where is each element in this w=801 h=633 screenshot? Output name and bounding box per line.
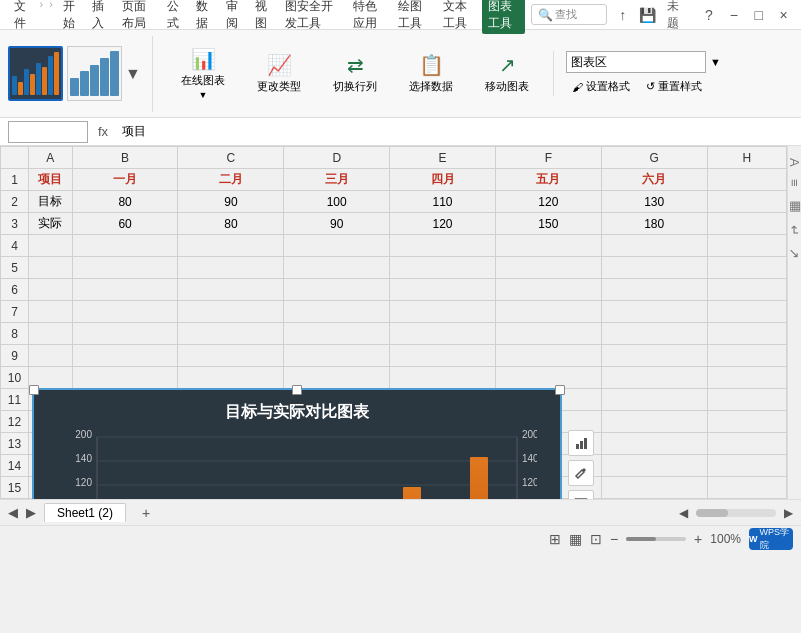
menu-security[interactable]: 图安全开发工具 <box>279 0 345 34</box>
cell-6-7[interactable] <box>707 279 786 301</box>
cell-6-0[interactable] <box>29 279 73 301</box>
cell-name-box[interactable] <box>8 121 88 143</box>
cell-1-4[interactable]: 四月 <box>390 169 496 191</box>
scroll-right-icon[interactable]: ▶ <box>784 506 793 520</box>
col-header-B[interactable]: B <box>72 147 178 169</box>
sheet-scroll-left[interactable]: ◀ <box>8 505 18 520</box>
cell-7-3[interactable] <box>284 301 390 323</box>
cell-5-6[interactable] <box>601 257 707 279</box>
change-type-button[interactable]: 📈 更改类型 <box>249 49 309 98</box>
cell-1-5[interactable]: 五月 <box>495 169 601 191</box>
cell-7-6[interactable] <box>601 301 707 323</box>
cell-5-4[interactable] <box>390 257 496 279</box>
sheet-add-button[interactable]: + <box>134 503 158 523</box>
cell-7-7[interactable] <box>707 301 786 323</box>
cell-10-1[interactable] <box>72 367 178 389</box>
menu-view[interactable]: 视图 <box>249 0 277 34</box>
cell-4-3[interactable] <box>284 235 390 257</box>
cell-3-3[interactable]: 90 <box>284 213 390 235</box>
sidebar-icon-3[interactable]: ▦ <box>787 194 801 217</box>
titlebar-save[interactable]: 💾 <box>638 5 657 25</box>
cell-11-7[interactable] <box>707 389 786 411</box>
cell-1-0[interactable]: 项目 <box>29 169 73 191</box>
cell-5-7[interactable] <box>707 257 786 279</box>
cell-4-4[interactable] <box>390 235 496 257</box>
cell-11-6[interactable] <box>601 389 707 411</box>
titlebar-help[interactable]: ? <box>700 5 719 25</box>
cell-13-7[interactable] <box>707 433 786 455</box>
sidebar-icon-2[interactable]: ≡ <box>787 175 801 191</box>
cell-9-0[interactable] <box>29 345 73 367</box>
menu-drawing[interactable]: 绘图工具 <box>392 0 435 34</box>
horizontal-scrollbar[interactable] <box>696 509 776 517</box>
col-header-D[interactable]: D <box>284 147 390 169</box>
scroll-left-icon[interactable]: ◀ <box>679 506 688 520</box>
chart-filter-tool[interactable] <box>568 490 594 499</box>
cell-8-4[interactable] <box>390 323 496 345</box>
zoom-out-btn[interactable]: − <box>610 531 618 547</box>
cell-13-6[interactable] <box>601 433 707 455</box>
cell-5-5[interactable] <box>495 257 601 279</box>
cell-12-6[interactable] <box>601 411 707 433</box>
cell-4-1[interactable] <box>72 235 178 257</box>
cell-3-0[interactable]: 实际 <box>29 213 73 235</box>
cell-8-3[interactable] <box>284 323 390 345</box>
cell-2-1[interactable]: 80 <box>72 191 178 213</box>
cell-10-6[interactable] <box>601 367 707 389</box>
reset-style-button[interactable]: ↺ 重置样式 <box>640 77 708 96</box>
col-header-E[interactable]: E <box>390 147 496 169</box>
cell-3-5[interactable]: 150 <box>495 213 601 235</box>
cell-3-1[interactable]: 60 <box>72 213 178 235</box>
cell-2-6[interactable]: 130 <box>601 191 707 213</box>
cell-6-6[interactable] <box>601 279 707 301</box>
menu-data[interactable]: 数据 <box>190 0 218 34</box>
cell-1-7[interactable] <box>707 169 786 191</box>
zoom-in-btn[interactable]: + <box>694 531 702 547</box>
cell-7-4[interactable] <box>390 301 496 323</box>
chart-area-input[interactable] <box>566 51 706 73</box>
cell-2-5[interactable]: 120 <box>495 191 601 213</box>
cell-8-6[interactable] <box>601 323 707 345</box>
chart-thumb-dropdown[interactable]: ▼ <box>126 65 140 83</box>
cell-14-6[interactable] <box>601 455 707 477</box>
cell-1-6[interactable]: 六月 <box>601 169 707 191</box>
cell-2-4[interactable]: 110 <box>390 191 496 213</box>
cell-9-7[interactable] <box>707 345 786 367</box>
menu-text[interactable]: 文本工具 <box>437 0 480 34</box>
resize-handle-tr[interactable] <box>555 385 565 395</box>
cell-8-5[interactable] <box>495 323 601 345</box>
zoom-slider[interactable] <box>626 537 686 541</box>
cell-4-6[interactable] <box>601 235 707 257</box>
cell-2-7[interactable] <box>707 191 786 213</box>
cell-8-7[interactable] <box>707 323 786 345</box>
normal-view-icon[interactable]: ▦ <box>569 531 582 547</box>
cell-2-3[interactable]: 100 <box>284 191 390 213</box>
fullscreen-icon[interactable]: ⊡ <box>590 531 602 547</box>
cell-8-1[interactable] <box>72 323 178 345</box>
menu-features[interactable]: 特色应用 <box>347 0 390 34</box>
menu-insert[interactable]: 插入 <box>86 0 114 34</box>
cell-10-2[interactable] <box>178 367 284 389</box>
menu-file[interactable]: 文件 <box>8 0 36 34</box>
cell-1-2[interactable]: 二月 <box>178 169 284 191</box>
wps-logo-button[interactable]: W WPS学院 <box>749 528 793 550</box>
cell-9-1[interactable] <box>72 345 178 367</box>
col-header-H[interactable]: H <box>707 147 786 169</box>
cell-9-4[interactable] <box>390 345 496 367</box>
cell-7-1[interactable] <box>72 301 178 323</box>
cell-4-7[interactable] <box>707 235 786 257</box>
menu-formula[interactable]: 公式 <box>161 0 189 34</box>
sidebar-icon-4[interactable]: ↵ <box>787 221 801 240</box>
cell-2-2[interactable]: 90 <box>178 191 284 213</box>
sidebar-icon-5[interactable]: ↗ <box>787 244 801 263</box>
cell-4-0[interactable] <box>29 235 73 257</box>
cell-10-4[interactable] <box>390 367 496 389</box>
titlebar-share[interactable]: ↑ <box>613 5 632 25</box>
set-format-button[interactable]: 🖌 设置格式 <box>566 77 636 96</box>
col-header-G[interactable]: G <box>601 147 707 169</box>
switch-row-col-button[interactable]: ⇄ 切换行列 <box>325 49 385 98</box>
cell-4-2[interactable] <box>178 235 284 257</box>
cell-9-2[interactable] <box>178 345 284 367</box>
cell-5-1[interactable] <box>72 257 178 279</box>
cell-10-5[interactable] <box>495 367 601 389</box>
